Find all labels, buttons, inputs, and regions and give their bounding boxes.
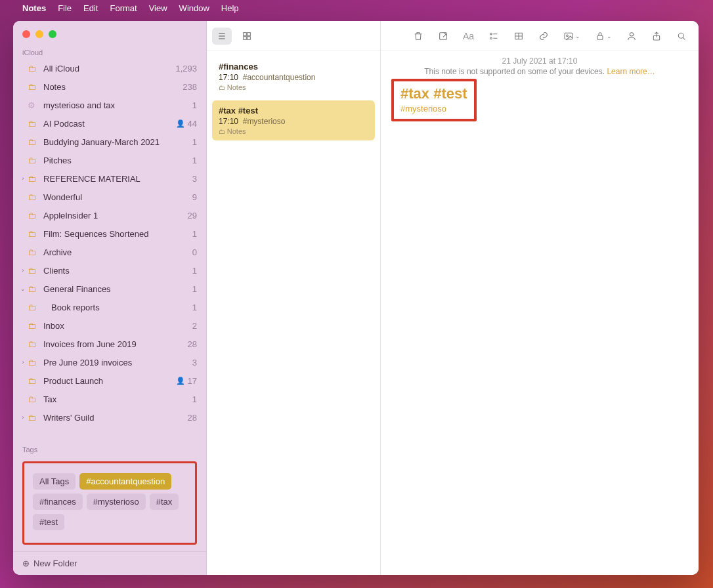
- tag-chip[interactable]: All Tags: [33, 473, 76, 490]
- notes-window: iCloud 🗀All iCloud1,293🗀Notes238⚙︎myster…: [13, 21, 699, 575]
- sidebar-folder[interactable]: ›🗀Clients1: [13, 261, 206, 280]
- folder-icon: 🗀: [28, 303, 39, 312]
- folder-name: REFERENCE MATERIAL: [43, 174, 192, 184]
- tags-section: All Tags#accountantquestion#finances#mys…: [13, 456, 206, 551]
- collaborate-button[interactable]: [624, 28, 639, 45]
- note-editor-column: Aa ⌄ ⌄ 21 July 2021 at 17:10 This note i…: [381, 21, 699, 575]
- folder-count: 238: [183, 82, 197, 92]
- folder-icon: 🗀: [28, 266, 39, 276]
- sidebar-folder[interactable]: 🗀Product Launch👤17: [13, 371, 206, 390]
- folder-count: 1,293: [175, 64, 197, 74]
- menu-window[interactable]: Window: [179, 3, 209, 13]
- sidebar-folder[interactable]: 🗀Film: Sequences Shortened1: [13, 224, 206, 243]
- menu-format[interactable]: Format: [110, 3, 137, 13]
- folder-icon: 🗀: [28, 192, 39, 202]
- sidebar-folder[interactable]: 🗀All iCloud1,293: [13, 59, 206, 77]
- plus-circle-icon: ⊕: [22, 558, 30, 568]
- note-item-location: Notes: [219, 83, 368, 91]
- sidebar-folder[interactable]: 🗀Pitches1: [13, 151, 206, 169]
- note-list-item[interactable]: #tax #test17:10 #mysteriosoNotes: [212, 100, 375, 140]
- table-button[interactable]: [511, 28, 527, 45]
- note-list-item[interactable]: #finances17:10 #accountantquestionNotes: [212, 56, 375, 96]
- close-window-button[interactable]: [22, 30, 30, 38]
- folder-name: Product Launch: [43, 376, 176, 386]
- sidebar-folder[interactable]: 🗀Invoices from June 201928: [13, 335, 206, 353]
- folder-count: 1: [192, 156, 197, 165]
- zoom-window-button[interactable]: [49, 30, 56, 38]
- link-button[interactable]: [536, 28, 551, 45]
- folder-icon: 🗀: [28, 284, 39, 294]
- new-folder-button[interactable]: ⊕ New Folder: [13, 551, 206, 575]
- sidebar-folder[interactable]: 🗀AppleInsider 129: [13, 206, 206, 224]
- folder-count: 28: [188, 339, 197, 349]
- format-button[interactable]: Aa: [460, 28, 477, 45]
- folder-name: AI Podcast: [43, 119, 176, 129]
- folder-count: 1: [192, 100, 197, 110]
- folder-icon: 🗀: [28, 321, 39, 331]
- folder-count: 17: [188, 376, 197, 386]
- sidebar-folder[interactable]: ⚙︎mysterioso and tax1: [13, 96, 206, 114]
- folder-name: Inbox: [43, 321, 192, 331]
- minimize-window-button[interactable]: [35, 30, 43, 38]
- app-menu[interactable]: Notes: [22, 3, 46, 13]
- sidebar-folder[interactable]: ›🗀REFERENCE MATERIAL3: [13, 169, 206, 188]
- tag-chip[interactable]: #accountantquestion: [79, 473, 171, 490]
- folder-count: 3: [192, 174, 197, 184]
- folder-count: 1: [192, 229, 197, 239]
- folder-count: 1: [192, 137, 197, 147]
- sidebar-folder[interactable]: 🗀Book reports1: [13, 298, 206, 316]
- list-view-button[interactable]: [212, 28, 232, 45]
- learn-more-link[interactable]: Learn more…: [607, 67, 655, 76]
- menu-help[interactable]: Help: [221, 3, 239, 13]
- folder-count: 0: [192, 247, 197, 257]
- note-item-time: 17:10: [219, 117, 238, 126]
- folder-icon: 🗀: [28, 82, 39, 92]
- shared-icon: 👤: [176, 119, 185, 128]
- folder-name: Pre June 2019 invoices: [43, 358, 192, 368]
- folder-icon: 🗀: [28, 413, 39, 423]
- svg-rect-4: [248, 32, 251, 35]
- note-title-highlight-box: #tax #test #mysterioso: [391, 79, 477, 121]
- folder-icon: 🗀: [28, 119, 39, 129]
- menu-view[interactable]: View: [149, 3, 167, 13]
- note-item-snippet: #accountantquestion: [243, 73, 316, 82]
- checklist-button[interactable]: [486, 28, 502, 45]
- menu-edit[interactable]: Edit: [83, 3, 98, 13]
- delete-button[interactable]: [410, 28, 426, 45]
- share-button[interactable]: [649, 28, 664, 45]
- disclosure-icon[interactable]: ›: [18, 359, 28, 366]
- menu-file[interactable]: File: [58, 3, 72, 13]
- sidebar-folder[interactable]: 🗀Inbox2: [13, 316, 206, 335]
- disclosure-icon[interactable]: ›: [18, 175, 28, 182]
- lock-button[interactable]: ⌄: [592, 28, 615, 45]
- sidebar-folder[interactable]: 🗀Buddying January-March 20211: [13, 133, 206, 151]
- new-note-button[interactable]: [435, 28, 451, 45]
- sidebar-folder[interactable]: 🗀Notes238: [13, 77, 206, 96]
- media-button[interactable]: ⌄: [561, 28, 583, 45]
- sidebar-folder[interactable]: ›🗀Pre June 2019 invoices3: [13, 353, 206, 371]
- sidebar-folder[interactable]: ⌄🗀General Finances1: [13, 280, 206, 298]
- note-list-column: #finances17:10 #accountantquestionNotes#…: [207, 21, 381, 575]
- disclosure-icon[interactable]: ›: [18, 267, 28, 274]
- right-toolbar: Aa ⌄ ⌄: [381, 21, 699, 51]
- smart-folder-icon: ⚙︎: [28, 100, 39, 110]
- svg-point-20: [678, 33, 683, 38]
- tag-chip[interactable]: #tax: [150, 494, 179, 510]
- folder-icon: 🗀: [28, 394, 39, 404]
- note-body[interactable]: #tax #test #mysterioso: [381, 76, 699, 123]
- tag-chip[interactable]: #mysterioso: [87, 494, 146, 510]
- sidebar-folder[interactable]: 🗀Archive0: [13, 243, 206, 261]
- sidebar-folder[interactable]: 🗀Tax1: [13, 390, 206, 408]
- disclosure-icon[interactable]: ›: [18, 414, 28, 421]
- disclosure-icon[interactable]: ⌄: [18, 285, 28, 292]
- tag-chip[interactable]: #test: [33, 514, 64, 530]
- svg-rect-7: [440, 32, 447, 39]
- gallery-view-button[interactable]: [237, 28, 257, 45]
- tag-chip[interactable]: #finances: [33, 494, 83, 510]
- sidebar-folder[interactable]: 🗀AI Podcast👤44: [13, 114, 206, 133]
- search-button[interactable]: [674, 28, 689, 45]
- folder-name: Writers' Guild: [43, 413, 188, 423]
- sidebar-folder[interactable]: 🗀Wonderful9: [13, 188, 206, 206]
- tags-label: Tags: [13, 440, 206, 456]
- sidebar-folder[interactable]: ›🗀Writers' Guild28: [13, 408, 206, 427]
